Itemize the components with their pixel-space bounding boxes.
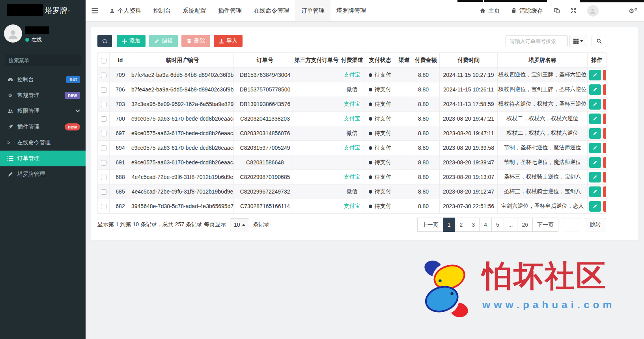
edit-row-button[interactable] — [589, 70, 601, 80]
redaction-bar — [580, 0, 644, 2]
delete-button[interactable]: 删除 — [181, 35, 210, 47]
dashboard-icon — [7, 77, 14, 83]
delete-row-button[interactable] — [603, 70, 607, 80]
header-pay-channel: 付费渠道 — [340, 53, 364, 68]
pay-channel[interactable]: 支付宝 — [344, 101, 360, 107]
delete-row-button[interactable] — [603, 172, 607, 183]
page-jump-button[interactable]: 跳转 — [585, 218, 606, 231]
status-text: 待支付 — [375, 115, 391, 121]
columns-dropdown-button[interactable] — [569, 35, 587, 47]
nav-item-online-commands[interactable]: 在线命令管理 — [248, 0, 295, 21]
online-status: 在线 — [25, 36, 42, 43]
fullscreen-icon[interactable] — [565, 0, 582, 21]
clear-cache-button[interactable]: 清除缓存 — [506, 0, 549, 21]
table-search-area — [506, 35, 606, 47]
delete-row-button[interactable] — [603, 99, 607, 110]
sidebar-item-label: 常规管理 — [17, 92, 39, 99]
row-checkbox[interactable] — [101, 175, 106, 180]
row-checkbox[interactable] — [101, 87, 106, 93]
edit-row-button[interactable] — [589, 84, 601, 95]
delete-row-button[interactable] — [603, 84, 607, 95]
import-button[interactable]: 导入 — [214, 35, 243, 47]
page-5[interactable]: 5 — [491, 218, 504, 232]
sidebar-search-input[interactable] — [9, 58, 78, 63]
delete-row-button[interactable] — [603, 186, 607, 197]
user-avatar[interactable] — [587, 5, 599, 17]
search-button[interactable] — [592, 35, 606, 47]
sidebar-item-general[interactable]: ⚙ 常规管理 new — [0, 88, 86, 103]
users-icon — [7, 108, 14, 114]
nav-item-plugins[interactable]: 插件管理 — [212, 0, 248, 21]
edit-button[interactable]: 编辑 — [149, 35, 178, 47]
pagination-bar: 显示第 1 到第 10 条记录，总共 257 条记录 每页显示 10 条记录 上… — [97, 218, 606, 232]
row-checkbox[interactable] — [101, 145, 106, 151]
page-prev[interactable]: 上一页 — [417, 218, 443, 232]
page-next[interactable]: 下一页 — [532, 218, 558, 232]
row-checkbox[interactable] — [101, 131, 106, 136]
edit-row-button[interactable] — [589, 99, 601, 110]
edit-row-button[interactable] — [589, 172, 601, 183]
delete-row-button[interactable] — [603, 201, 607, 212]
edit-row-button[interactable] — [589, 201, 601, 212]
sidebar-item-online-commands[interactable]: >_ 在线命令管理 — [0, 135, 86, 151]
sidebar-item-label: 权限管理 — [17, 108, 39, 115]
delete-row-button[interactable] — [603, 143, 607, 153]
refresh-button[interactable] — [97, 35, 112, 47]
sidebar-item-plugins[interactable]: 插件管理 new — [0, 119, 86, 135]
pay-channel[interactable]: 支付宝 — [344, 144, 360, 151]
delete-row-button[interactable] — [603, 114, 607, 124]
nav-item-system-config[interactable]: 系统配置 — [177, 0, 212, 21]
row-checkbox[interactable] — [101, 204, 106, 209]
pay-channel[interactable]: 支付宝 — [344, 115, 360, 121]
row-checkbox[interactable] — [101, 73, 106, 78]
header-tarot-name: 塔罗牌名称 — [498, 53, 588, 68]
page-size-dropdown[interactable]: 10 — [230, 218, 249, 231]
page-26[interactable]: 26 — [517, 218, 533, 232]
pay-channel[interactable]: 支付宝 — [344, 203, 360, 209]
sidebar-logo[interactable]: 塔罗牌- — [0, 0, 86, 22]
edit-row-button[interactable] — [589, 186, 601, 197]
page-jump-input[interactable] — [563, 218, 580, 231]
pay-channel[interactable]: 支付宝 — [344, 71, 360, 78]
pay-channel[interactable]: 支付宝 — [344, 173, 360, 180]
order-table-body: 709b7fe4ae2-ba9a-6dd5-84b8-d89402c36f9bD… — [98, 68, 607, 214]
delete-row-button[interactable] — [603, 157, 607, 168]
page-3[interactable]: 3 — [467, 218, 480, 232]
pay-channel: 微信 — [347, 86, 358, 92]
nav-item-console[interactable]: 控制台 — [147, 0, 177, 21]
settings-gears-icon[interactable]: ⚙⚙ — [629, 7, 638, 15]
select-all-checkbox[interactable] — [101, 58, 106, 63]
edit-row-button[interactable] — [589, 128, 601, 139]
row-checkbox[interactable] — [101, 160, 106, 166]
header-channel: 渠道 — [396, 53, 412, 68]
new-badge: new — [65, 92, 80, 99]
language-icon[interactable] — [549, 0, 565, 21]
home-button[interactable]: 主页 — [474, 0, 506, 21]
row-checkbox[interactable] — [101, 116, 106, 122]
sidebar-item-orders[interactable]: 订单管理 — [0, 151, 86, 166]
pagination-controls: 上一页12345...26下一页 跳转 — [418, 218, 606, 232]
row-checkbox[interactable] — [101, 102, 106, 107]
table-row: 691e9ce0575-aa63-6170-bede-dcd8b26eaacaC… — [98, 155, 607, 170]
nav-item-orders[interactable]: 订单管理 — [295, 0, 330, 21]
page-ellipsis: ... — [504, 218, 518, 232]
edit-row-button[interactable] — [589, 157, 601, 168]
order-search-input[interactable] — [506, 35, 567, 47]
sidebar-item-tarot[interactable]: 塔罗牌管理 — [0, 166, 86, 182]
logo-redaction — [7, 4, 43, 16]
sidebar-item-dashboard[interactable]: 控制台 hot — [0, 72, 86, 88]
hamburger-menu-icon[interactable] — [86, 0, 104, 21]
nav-item-profile[interactable]: 个人资料 — [104, 0, 147, 21]
nav-item-tarot[interactable]: 塔罗牌管理 — [330, 0, 372, 21]
add-button[interactable]: 添加 — [117, 35, 146, 47]
header-temp-user-no: 临时用户编号 — [131, 53, 234, 68]
edit-row-button[interactable] — [589, 114, 601, 124]
delete-row-button[interactable] — [603, 128, 607, 139]
page-2[interactable]: 2 — [455, 218, 468, 232]
row-checkbox[interactable] — [101, 189, 106, 195]
sidebar-item-permissions[interactable]: 权限管理 — [0, 103, 86, 119]
pencil-icon — [154, 39, 159, 44]
page-1[interactable]: 1 — [443, 218, 455, 232]
page-4[interactable]: 4 — [479, 218, 492, 232]
edit-row-button[interactable] — [589, 143, 601, 153]
